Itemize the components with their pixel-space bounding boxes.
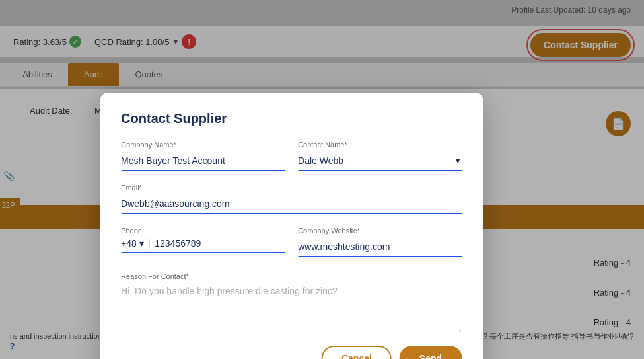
reason-textarea[interactable] [121, 282, 462, 321]
company-website-group: Company Website* [298, 227, 462, 257]
phone-input-wrapper: +48 ▾ +1 +44 +86 | [121, 237, 285, 253]
phone-country-select[interactable]: +48 ▾ +1 +44 +86 [121, 238, 144, 249]
contact-supplier-modal: Contact Supplier Company Name* Contact N… [100, 93, 483, 359]
contact-name-label: Contact Name* [298, 141, 462, 149]
email-input[interactable] [121, 194, 462, 214]
contact-name-select-wrapper: Dale Webb Other Contact ▼ [298, 151, 462, 171]
cancel-button[interactable]: Cancel [322, 346, 392, 359]
company-website-label: Company Website* [298, 227, 462, 235]
company-name-group: Company Name* [121, 141, 285, 171]
phone-number-input[interactable] [155, 238, 285, 249]
phone-label: Phone [121, 227, 285, 235]
send-button[interactable]: Send [400, 346, 462, 359]
reason-group: Reason For Contact* ⌟ [121, 270, 462, 333]
contact-name-group: Contact Name* Dale Webb Other Contact ▼ [298, 141, 462, 171]
phone-group: Phone +48 ▾ +1 +44 +86 | [121, 227, 285, 257]
email-label: Email* [121, 184, 462, 192]
phone-divider: | [148, 237, 151, 249]
form-row-email: Email* [121, 184, 462, 214]
contact-name-select[interactable]: Dale Webb Other Contact [298, 151, 462, 170]
modal-footer: Cancel Send [121, 346, 462, 359]
company-website-input[interactable] [298, 237, 462, 257]
modal-title: Contact Supplier [121, 111, 462, 126]
company-name-input[interactable] [121, 151, 285, 171]
textarea-resize-handle: ⌟ [121, 325, 462, 333]
form-row-phone-website: Phone +48 ▾ +1 +44 +86 | Company Website… [121, 227, 462, 257]
email-group: Email* [121, 184, 462, 214]
company-name-label: Company Name* [121, 141, 285, 149]
resize-icon: ⌟ [458, 325, 462, 333]
reason-label: Reason For Contact* [121, 272, 189, 280]
form-row-1: Company Name* Contact Name* Dale Webb Ot… [121, 141, 462, 171]
